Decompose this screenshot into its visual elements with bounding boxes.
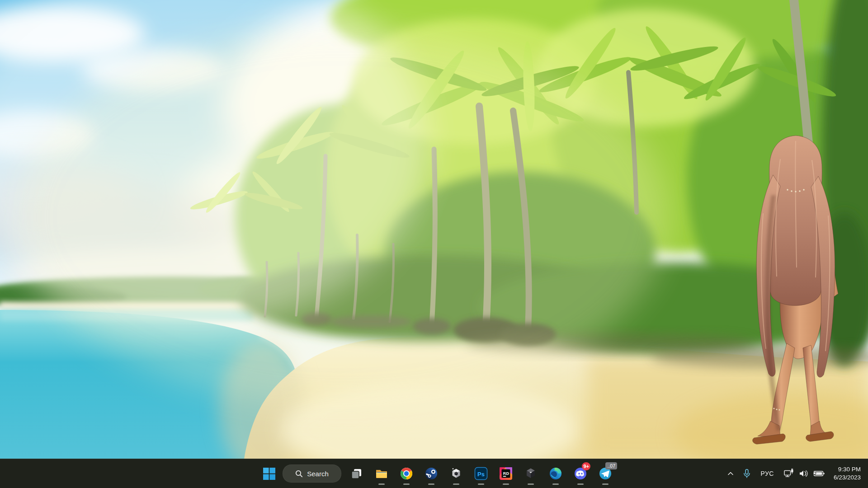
taskbar-app-steam[interactable]: [419, 461, 443, 486]
mascot-right-leg: [803, 345, 820, 431]
warm-haze: [18, 27, 669, 407]
system-tray: РУС: [722, 459, 868, 488]
tray-language-indicator[interactable]: РУС: [755, 464, 779, 483]
taskbar-app-edge[interactable]: [543, 461, 568, 486]
search-icon: [295, 470, 303, 478]
taskbar-app-discord[interactable]: 9+: [568, 461, 593, 486]
tray-microphone-button[interactable]: [739, 464, 755, 483]
photoshop-icon: Ps: [474, 467, 488, 480]
unity-icon: [524, 467, 538, 480]
volume-icon: [798, 468, 810, 479]
desktop: Search: [0, 0, 868, 488]
microphone-icon: [741, 468, 752, 479]
clock-time: 9:30 PM: [834, 465, 861, 474]
telegram-notification-badge: ..07: [605, 462, 617, 469]
taskbar-app-chrome[interactable]: [394, 461, 419, 486]
taskbar-center-group: Search: [258, 459, 618, 488]
edge-icon: [549, 467, 562, 480]
rider-icon: RD: [499, 467, 513, 480]
running-indicator: [602, 483, 609, 485]
taskbar-app-unity[interactable]: [518, 461, 543, 486]
running-indicator: [503, 483, 509, 485]
running-indicator: [552, 483, 559, 485]
windows-logo-icon: [263, 468, 275, 480]
start-button[interactable]: [258, 461, 280, 486]
steam-icon: [425, 467, 438, 480]
photoshop-label: Ps: [477, 471, 485, 478]
running-indicator: [528, 483, 534, 485]
running-indicator: [577, 483, 584, 485]
taskbar-app-unity-hub[interactable]: [443, 461, 468, 486]
network-icon: [783, 468, 795, 479]
desktop-mascot-character[interactable]: [737, 132, 863, 458]
clock-date: 6/23/2023: [834, 474, 861, 482]
taskbar-app-file-explorer[interactable]: [369, 461, 394, 486]
running-indicator: [453, 483, 459, 485]
battery-charging-icon: [813, 468, 826, 479]
taskbar-app-photoshop[interactable]: Ps: [468, 461, 493, 486]
file-explorer-icon: [375, 467, 388, 480]
rider-label: RD: [503, 471, 509, 476]
taskbar: Search: [0, 459, 868, 488]
running-indicator: [403, 483, 410, 485]
chrome-icon: [400, 467, 413, 480]
chevron-up-icon: [725, 468, 736, 479]
running-indicator: [378, 483, 385, 485]
discord-notification-badge: 9+: [582, 462, 590, 470]
mascot-right-sandal: [806, 432, 834, 441]
running-indicator: [428, 483, 434, 485]
running-indicator: [478, 483, 484, 485]
task-view-icon: [350, 468, 363, 480]
tray-clock[interactable]: 9:30 PM 6/23/2023: [834, 465, 861, 481]
taskbar-app-rider[interactable]: RD: [493, 461, 518, 486]
unity-hub-icon: [449, 467, 463, 480]
search-box[interactable]: Search: [283, 465, 341, 483]
taskbar-app-task-view[interactable]: [344, 461, 369, 486]
tray-quick-settings[interactable]: [779, 468, 829, 479]
search-label: Search: [307, 470, 329, 478]
taskbar-app-telegram[interactable]: ..07: [593, 461, 618, 486]
tray-overflow-button[interactable]: [722, 464, 739, 483]
